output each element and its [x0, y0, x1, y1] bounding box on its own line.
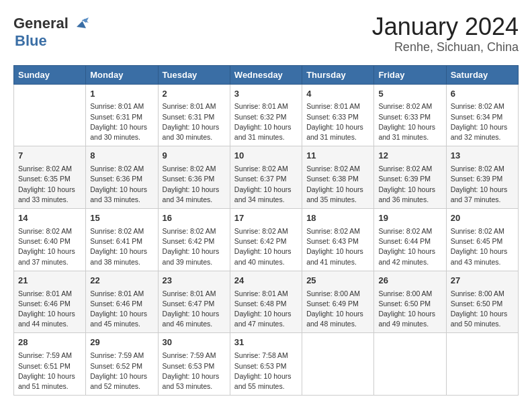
calendar-day-cell: 24Sunrise: 8:01 AMSunset: 6:48 PMDayligh… — [230, 271, 302, 333]
day-info: Sunrise: 8:00 AMSunset: 6:50 PMDaylight:… — [378, 289, 441, 330]
calendar-day-cell: 3Sunrise: 8:01 AMSunset: 6:32 PMDaylight… — [230, 84, 302, 146]
day-info: Sunrise: 8:01 AMSunset: 6:33 PMDaylight:… — [306, 101, 369, 142]
day-info: Sunrise: 7:59 AMSunset: 6:51 PMDaylight:… — [18, 351, 81, 392]
day-info: Sunrise: 7:59 AMSunset: 6:53 PMDaylight:… — [163, 351, 226, 392]
page-header: General Blue January 2024 Renhe, Sichuan… — [13, 13, 519, 54]
day-info: Sunrise: 8:02 AMSunset: 6:42 PMDaylight:… — [234, 226, 298, 267]
day-number: 20 — [451, 212, 514, 225]
calendar-day-cell: 21Sunrise: 8:01 AMSunset: 6:46 PMDayligh… — [14, 271, 86, 333]
calendar-week-row: 7Sunrise: 8:02 AMSunset: 6:35 PMDaylight… — [14, 146, 519, 209]
logo-general: General — [13, 16, 69, 31]
weekday-header-friday: Friday — [374, 65, 446, 84]
calendar-day-cell: 8Sunrise: 8:02 AMSunset: 6:36 PMDaylight… — [86, 146, 158, 209]
day-number: 26 — [378, 275, 441, 287]
calendar-day-cell: 6Sunrise: 8:02 AMSunset: 6:34 PMDaylight… — [446, 84, 518, 146]
day-number: 18 — [306, 212, 369, 225]
calendar-day-cell — [302, 333, 374, 396]
day-info: Sunrise: 8:02 AMSunset: 6:39 PMDaylight:… — [378, 164, 441, 205]
day-info: Sunrise: 8:02 AMSunset: 6:35 PMDaylight:… — [18, 164, 81, 205]
day-number: 3 — [234, 88, 298, 101]
day-number: 16 — [163, 212, 226, 225]
calendar-day-cell: 25Sunrise: 8:00 AMSunset: 6:49 PMDayligh… — [302, 271, 374, 333]
calendar-day-cell: 12Sunrise: 8:02 AMSunset: 6:39 PMDayligh… — [374, 146, 446, 209]
calendar-day-cell: 14Sunrise: 8:02 AMSunset: 6:40 PMDayligh… — [14, 209, 86, 271]
day-info: Sunrise: 8:02 AMSunset: 6:34 PMDaylight:… — [451, 101, 514, 142]
day-info: Sunrise: 8:02 AMSunset: 6:44 PMDaylight:… — [378, 226, 441, 267]
calendar-day-cell: 16Sunrise: 8:02 AMSunset: 6:42 PMDayligh… — [158, 209, 230, 271]
calendar-day-cell: 7Sunrise: 8:02 AMSunset: 6:35 PMDaylight… — [14, 146, 86, 209]
calendar-day-cell: 28Sunrise: 7:59 AMSunset: 6:51 PMDayligh… — [14, 333, 86, 396]
day-number: 24 — [234, 275, 298, 287]
weekday-header-saturday: Saturday — [446, 65, 518, 84]
day-number: 27 — [451, 275, 514, 287]
calendar-day-cell: 1Sunrise: 8:01 AMSunset: 6:31 PMDaylight… — [86, 84, 158, 146]
day-number: 11 — [306, 150, 369, 163]
day-info: Sunrise: 8:01 AMSunset: 6:48 PMDaylight:… — [234, 289, 298, 330]
day-info: Sunrise: 8:01 AMSunset: 6:46 PMDaylight:… — [90, 289, 153, 330]
day-number: 22 — [90, 275, 153, 287]
calendar-week-row: 14Sunrise: 8:02 AMSunset: 6:40 PMDayligh… — [14, 209, 519, 271]
day-number: 7 — [18, 150, 81, 163]
calendar-week-row: 28Sunrise: 7:59 AMSunset: 6:51 PMDayligh… — [14, 333, 519, 396]
logo: General Blue — [13, 13, 90, 48]
calendar-day-cell: 18Sunrise: 8:02 AMSunset: 6:43 PMDayligh… — [302, 209, 374, 271]
day-info: Sunrise: 8:02 AMSunset: 6:41 PMDaylight:… — [90, 226, 153, 267]
weekday-header-monday: Monday — [86, 65, 158, 84]
day-number: 9 — [163, 150, 226, 163]
calendar-week-row: 1Sunrise: 8:01 AMSunset: 6:31 PMDaylight… — [14, 84, 519, 146]
calendar-day-cell: 13Sunrise: 8:02 AMSunset: 6:39 PMDayligh… — [446, 146, 518, 209]
day-number: 19 — [378, 212, 441, 225]
weekday-header-thursday: Thursday — [302, 65, 374, 84]
day-info: Sunrise: 8:01 AMSunset: 6:46 PMDaylight:… — [18, 289, 81, 330]
day-info: Sunrise: 8:01 AMSunset: 6:31 PMDaylight:… — [163, 101, 226, 142]
day-number: 6 — [451, 88, 514, 101]
calendar-week-row: 21Sunrise: 8:01 AMSunset: 6:46 PMDayligh… — [14, 271, 519, 333]
day-number: 28 — [18, 336, 81, 349]
calendar-table: SundayMondayTuesdayWednesdayThursdayFrid… — [13, 65, 519, 396]
day-number: 14 — [18, 212, 81, 225]
calendar-day-cell: 15Sunrise: 8:02 AMSunset: 6:41 PMDayligh… — [86, 209, 158, 271]
weekday-header-tuesday: Tuesday — [158, 65, 230, 84]
calendar-day-cell: 2Sunrise: 8:01 AMSunset: 6:31 PMDaylight… — [158, 84, 230, 146]
day-number: 15 — [90, 212, 153, 225]
calendar-day-cell: 20Sunrise: 8:02 AMSunset: 6:45 PMDayligh… — [446, 209, 518, 271]
day-info: Sunrise: 8:00 AMSunset: 6:50 PMDaylight:… — [451, 289, 514, 330]
day-info: Sunrise: 8:01 AMSunset: 6:31 PMDaylight:… — [90, 101, 153, 142]
day-info: Sunrise: 8:02 AMSunset: 6:43 PMDaylight:… — [306, 226, 369, 267]
logo-blue: Blue — [15, 34, 90, 48]
calendar-day-cell — [374, 333, 446, 396]
calendar-day-cell — [14, 84, 86, 146]
day-info: Sunrise: 7:59 AMSunset: 6:52 PMDaylight:… — [90, 351, 153, 392]
calendar-title: January 2024 Renhe, Sichuan, China — [372, 13, 519, 54]
day-info: Sunrise: 8:02 AMSunset: 6:33 PMDaylight:… — [378, 101, 441, 142]
calendar-day-cell: 11Sunrise: 8:02 AMSunset: 6:38 PMDayligh… — [302, 146, 374, 209]
weekday-header-row: SundayMondayTuesdayWednesdayThursdayFrid… — [14, 65, 519, 84]
day-info: Sunrise: 8:02 AMSunset: 6:36 PMDaylight:… — [163, 164, 226, 205]
calendar-day-cell — [446, 333, 518, 396]
day-number: 23 — [163, 275, 226, 287]
day-number: 31 — [234, 336, 298, 349]
weekday-header-wednesday: Wednesday — [230, 65, 302, 84]
month-year: January 2024 — [372, 13, 519, 40]
day-number: 13 — [451, 150, 514, 163]
calendar-day-cell: 22Sunrise: 8:01 AMSunset: 6:46 PMDayligh… — [86, 271, 158, 333]
calendar-day-cell: 29Sunrise: 7:59 AMSunset: 6:52 PMDayligh… — [86, 333, 158, 396]
day-info: Sunrise: 8:02 AMSunset: 6:38 PMDaylight:… — [306, 164, 369, 205]
calendar-day-cell: 17Sunrise: 8:02 AMSunset: 6:42 PMDayligh… — [230, 209, 302, 271]
day-number: 1 — [90, 88, 153, 101]
day-number: 17 — [234, 212, 298, 225]
day-info: Sunrise: 8:02 AMSunset: 6:45 PMDaylight:… — [451, 226, 514, 267]
calendar-day-cell: 26Sunrise: 8:00 AMSunset: 6:50 PMDayligh… — [374, 271, 446, 333]
calendar-day-cell: 31Sunrise: 7:58 AMSunset: 6:53 PMDayligh… — [230, 333, 302, 396]
calendar-day-cell: 19Sunrise: 8:02 AMSunset: 6:44 PMDayligh… — [374, 209, 446, 271]
day-number: 5 — [378, 88, 441, 101]
day-number: 4 — [306, 88, 369, 101]
day-info: Sunrise: 8:01 AMSunset: 6:47 PMDaylight:… — [163, 289, 226, 330]
calendar-day-cell: 27Sunrise: 8:00 AMSunset: 6:50 PMDayligh… — [446, 271, 518, 333]
calendar-day-cell: 30Sunrise: 7:59 AMSunset: 6:53 PMDayligh… — [158, 333, 230, 396]
day-info: Sunrise: 8:01 AMSunset: 6:32 PMDaylight:… — [234, 101, 298, 142]
calendar-day-cell: 4Sunrise: 8:01 AMSunset: 6:33 PMDaylight… — [302, 84, 374, 146]
day-number: 29 — [90, 336, 153, 349]
day-info: Sunrise: 7:58 AMSunset: 6:53 PMDaylight:… — [234, 351, 298, 392]
day-number: 30 — [163, 336, 226, 349]
